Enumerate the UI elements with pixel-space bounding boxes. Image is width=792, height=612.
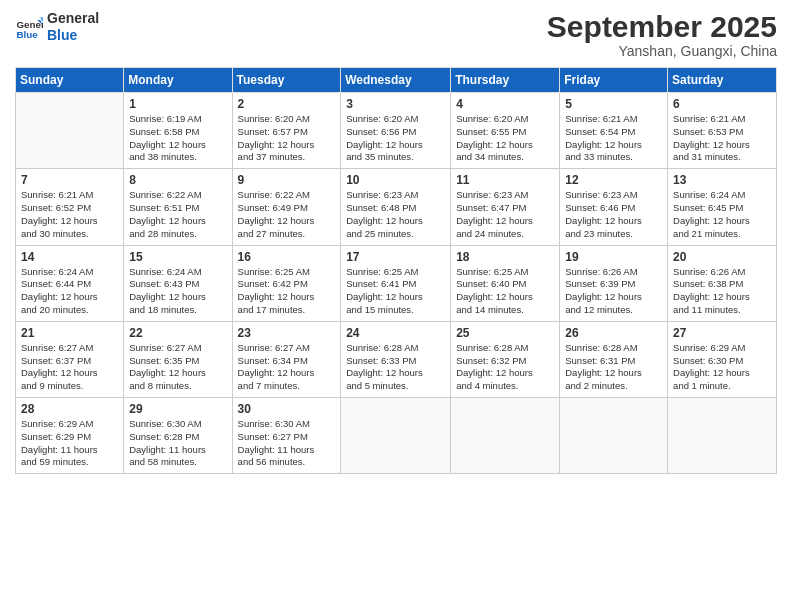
calendar-cell: 14Sunrise: 6:24 AMSunset: 6:44 PMDayligh… [16, 245, 124, 321]
day-info: Sunrise: 6:27 AMSunset: 6:34 PMDaylight:… [238, 342, 336, 393]
day-info: Sunrise: 6:24 AMSunset: 6:44 PMDaylight:… [21, 266, 118, 317]
calendar-table: Sunday Monday Tuesday Wednesday Thursday… [15, 67, 777, 474]
calendar-cell: 2Sunrise: 6:20 AMSunset: 6:57 PMDaylight… [232, 93, 341, 169]
calendar-cell: 3Sunrise: 6:20 AMSunset: 6:56 PMDaylight… [341, 93, 451, 169]
calendar-week-4: 21Sunrise: 6:27 AMSunset: 6:37 PMDayligh… [16, 321, 777, 397]
header: General Blue General Blue September 2025… [15, 10, 777, 59]
calendar-cell: 9Sunrise: 6:22 AMSunset: 6:49 PMDaylight… [232, 169, 341, 245]
month-title: September 2025 [547, 10, 777, 43]
calendar-cell: 4Sunrise: 6:20 AMSunset: 6:55 PMDaylight… [451, 93, 560, 169]
col-tuesday: Tuesday [232, 68, 341, 93]
day-number: 19 [565, 250, 662, 264]
day-info: Sunrise: 6:26 AMSunset: 6:38 PMDaylight:… [673, 266, 771, 317]
day-info: Sunrise: 6:25 AMSunset: 6:40 PMDaylight:… [456, 266, 554, 317]
calendar-cell: 12Sunrise: 6:23 AMSunset: 6:46 PMDayligh… [560, 169, 668, 245]
day-info: Sunrise: 6:23 AMSunset: 6:46 PMDaylight:… [565, 189, 662, 240]
day-info: Sunrise: 6:20 AMSunset: 6:55 PMDaylight:… [456, 113, 554, 164]
calendar-cell [16, 93, 124, 169]
calendar-cell: 11Sunrise: 6:23 AMSunset: 6:47 PMDayligh… [451, 169, 560, 245]
calendar-cell: 20Sunrise: 6:26 AMSunset: 6:38 PMDayligh… [668, 245, 777, 321]
day-info: Sunrise: 6:23 AMSunset: 6:47 PMDaylight:… [456, 189, 554, 240]
logo-general-text: General [47, 10, 99, 27]
day-number: 7 [21, 173, 118, 187]
day-info: Sunrise: 6:30 AMSunset: 6:28 PMDaylight:… [129, 418, 226, 469]
day-number: 21 [21, 326, 118, 340]
calendar-cell: 1Sunrise: 6:19 AMSunset: 6:58 PMDaylight… [124, 93, 232, 169]
day-info: Sunrise: 6:22 AMSunset: 6:49 PMDaylight:… [238, 189, 336, 240]
calendar-week-1: 1Sunrise: 6:19 AMSunset: 6:58 PMDaylight… [16, 93, 777, 169]
day-info: Sunrise: 6:28 AMSunset: 6:33 PMDaylight:… [346, 342, 445, 393]
title-area: September 2025 Yanshan, Guangxi, China [547, 10, 777, 59]
day-number: 4 [456, 97, 554, 111]
calendar-cell: 22Sunrise: 6:27 AMSunset: 6:35 PMDayligh… [124, 321, 232, 397]
calendar-week-5: 28Sunrise: 6:29 AMSunset: 6:29 PMDayligh… [16, 398, 777, 474]
calendar-cell: 13Sunrise: 6:24 AMSunset: 6:45 PMDayligh… [668, 169, 777, 245]
day-number: 13 [673, 173, 771, 187]
day-number: 18 [456, 250, 554, 264]
day-info: Sunrise: 6:27 AMSunset: 6:37 PMDaylight:… [21, 342, 118, 393]
calendar-week-2: 7Sunrise: 6:21 AMSunset: 6:52 PMDaylight… [16, 169, 777, 245]
page-container: General Blue General Blue September 2025… [0, 0, 792, 484]
calendar-cell: 25Sunrise: 6:28 AMSunset: 6:32 PMDayligh… [451, 321, 560, 397]
day-number: 30 [238, 402, 336, 416]
day-number: 12 [565, 173, 662, 187]
day-info: Sunrise: 6:20 AMSunset: 6:57 PMDaylight:… [238, 113, 336, 164]
day-info: Sunrise: 6:21 AMSunset: 6:53 PMDaylight:… [673, 113, 771, 164]
day-info: Sunrise: 6:19 AMSunset: 6:58 PMDaylight:… [129, 113, 226, 164]
col-thursday: Thursday [451, 68, 560, 93]
day-number: 11 [456, 173, 554, 187]
col-monday: Monday [124, 68, 232, 93]
day-number: 16 [238, 250, 336, 264]
calendar-cell: 23Sunrise: 6:27 AMSunset: 6:34 PMDayligh… [232, 321, 341, 397]
svg-text:Blue: Blue [16, 29, 38, 40]
day-info: Sunrise: 6:29 AMSunset: 6:29 PMDaylight:… [21, 418, 118, 469]
day-info: Sunrise: 6:21 AMSunset: 6:54 PMDaylight:… [565, 113, 662, 164]
day-number: 14 [21, 250, 118, 264]
day-number: 5 [565, 97, 662, 111]
day-number: 26 [565, 326, 662, 340]
day-number: 23 [238, 326, 336, 340]
day-number: 9 [238, 173, 336, 187]
day-number: 10 [346, 173, 445, 187]
day-number: 29 [129, 402, 226, 416]
calendar-cell [668, 398, 777, 474]
calendar-cell: 28Sunrise: 6:29 AMSunset: 6:29 PMDayligh… [16, 398, 124, 474]
day-info: Sunrise: 6:21 AMSunset: 6:52 PMDaylight:… [21, 189, 118, 240]
day-number: 28 [21, 402, 118, 416]
logo-icon: General Blue [15, 13, 43, 41]
day-info: Sunrise: 6:27 AMSunset: 6:35 PMDaylight:… [129, 342, 226, 393]
day-info: Sunrise: 6:28 AMSunset: 6:31 PMDaylight:… [565, 342, 662, 393]
day-info: Sunrise: 6:20 AMSunset: 6:56 PMDaylight:… [346, 113, 445, 164]
day-number: 2 [238, 97, 336, 111]
day-info: Sunrise: 6:26 AMSunset: 6:39 PMDaylight:… [565, 266, 662, 317]
day-info: Sunrise: 6:23 AMSunset: 6:48 PMDaylight:… [346, 189, 445, 240]
day-info: Sunrise: 6:30 AMSunset: 6:27 PMDaylight:… [238, 418, 336, 469]
calendar-cell: 26Sunrise: 6:28 AMSunset: 6:31 PMDayligh… [560, 321, 668, 397]
day-number: 25 [456, 326, 554, 340]
calendar-cell: 7Sunrise: 6:21 AMSunset: 6:52 PMDaylight… [16, 169, 124, 245]
calendar-cell: 29Sunrise: 6:30 AMSunset: 6:28 PMDayligh… [124, 398, 232, 474]
day-number: 8 [129, 173, 226, 187]
col-saturday: Saturday [668, 68, 777, 93]
calendar-cell: 6Sunrise: 6:21 AMSunset: 6:53 PMDaylight… [668, 93, 777, 169]
day-number: 27 [673, 326, 771, 340]
day-number: 22 [129, 326, 226, 340]
logo-blue-text: Blue [47, 27, 99, 44]
day-info: Sunrise: 6:25 AMSunset: 6:42 PMDaylight:… [238, 266, 336, 317]
day-number: 20 [673, 250, 771, 264]
day-number: 15 [129, 250, 226, 264]
location: Yanshan, Guangxi, China [547, 43, 777, 59]
day-number: 3 [346, 97, 445, 111]
calendar-cell: 18Sunrise: 6:25 AMSunset: 6:40 PMDayligh… [451, 245, 560, 321]
day-info: Sunrise: 6:29 AMSunset: 6:30 PMDaylight:… [673, 342, 771, 393]
calendar-cell: 8Sunrise: 6:22 AMSunset: 6:51 PMDaylight… [124, 169, 232, 245]
calendar-cell: 19Sunrise: 6:26 AMSunset: 6:39 PMDayligh… [560, 245, 668, 321]
col-wednesday: Wednesday [341, 68, 451, 93]
col-sunday: Sunday [16, 68, 124, 93]
day-info: Sunrise: 6:22 AMSunset: 6:51 PMDaylight:… [129, 189, 226, 240]
day-number: 6 [673, 97, 771, 111]
calendar-cell: 16Sunrise: 6:25 AMSunset: 6:42 PMDayligh… [232, 245, 341, 321]
col-friday: Friday [560, 68, 668, 93]
calendar-cell: 27Sunrise: 6:29 AMSunset: 6:30 PMDayligh… [668, 321, 777, 397]
day-number: 24 [346, 326, 445, 340]
